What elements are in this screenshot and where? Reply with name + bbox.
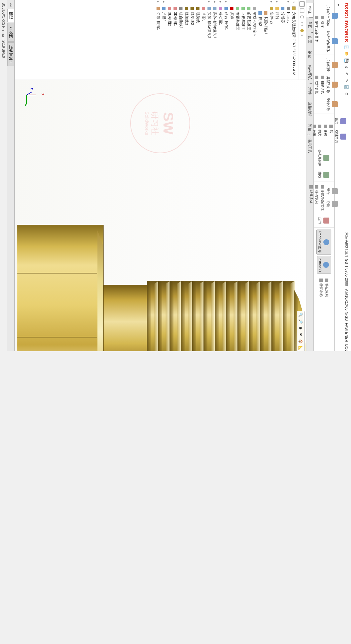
ribbon-button[interactable]: 压凹 xyxy=(317,215,331,226)
model-tab[interactable]: 模型 xyxy=(7,9,14,22)
model-tab[interactable]: 运动算例 1 xyxy=(7,42,14,66)
view-tool-1[interactable]: 🔎 xyxy=(298,319,304,324)
plane-icon xyxy=(241,6,246,11)
ribbon-button[interactable]: 线性阵列 xyxy=(334,129,348,145)
tree-item[interactable]: 原点 xyxy=(229,1,235,79)
ribbon-button-small[interactable]: 扫描 xyxy=(320,15,325,43)
ribbon-button[interactable]: 分割 xyxy=(325,199,340,209)
ribbon-toggle-button[interactable]: RealView 图形 xyxy=(317,230,332,255)
tree-item-label: 草图3 xyxy=(201,12,206,21)
tree-item[interactable]: ▸切除-扫描1 xyxy=(156,1,161,79)
ribbon-button[interactable]: 拉伸切除 xyxy=(325,57,340,73)
tree-item[interactable]: ▸实体-移动/复制1 xyxy=(212,1,218,79)
tree-item[interactable]: 材质 <未指定> xyxy=(252,1,257,79)
options-icon[interactable]: ⚙ xyxy=(344,91,349,97)
tree-item[interactable]: 螺旋线1 xyxy=(195,1,201,79)
tree-item[interactable]: ▸注解 xyxy=(274,1,280,79)
tab-nav-prev[interactable]: ◂◂ xyxy=(9,1,13,8)
ribbon-tab[interactable]: 焊件 xyxy=(306,84,313,98)
print-icon[interactable]: 🖨 xyxy=(344,65,349,70)
feature-icon xyxy=(315,185,319,189)
open-file-icon[interactable]: 📂 xyxy=(344,51,349,57)
ribbon-button-small[interactable]: 删除/保留实体 xyxy=(320,184,325,212)
view-tool-3[interactable]: 👁 xyxy=(298,332,304,338)
feature-icon xyxy=(323,171,331,179)
ribbon-button-small[interactable]: 抽壳 xyxy=(317,123,322,137)
ribbon-button[interactable]: 组合 xyxy=(325,186,340,197)
svg-rect-46 xyxy=(230,7,234,10)
tree-item[interactable]: 右视基准面 xyxy=(235,1,240,79)
history-icon xyxy=(286,6,291,11)
model-tab[interactable]: 3D 视图 xyxy=(7,23,14,42)
ribbon-button[interactable]: 圆角 xyxy=(334,116,348,127)
tree-item[interactable]: 切除-扫描1 xyxy=(263,1,269,79)
save-icon[interactable]: 💾 xyxy=(344,58,349,63)
ribbon-button-small[interactable]: 筋 xyxy=(328,123,334,137)
ribbon-tab[interactable]: 直接编辑 xyxy=(306,99,313,120)
ribbon-button[interactable]: 旋转切除 xyxy=(325,96,340,112)
ribbon-button[interactable]: 参考几何体 xyxy=(317,148,331,168)
feature-manager-icon[interactable] xyxy=(300,1,305,7)
ribbon-button-small[interactable]: 放样切割 xyxy=(314,74,320,95)
tree-item[interactable]: ▸History xyxy=(286,1,291,79)
tree-item[interactable]: ▸移动面1 xyxy=(218,1,223,79)
view-tool-2[interactable]: ⊕ xyxy=(298,325,304,331)
ribbon-button[interactable]: 曲线 xyxy=(317,170,331,180)
ribbon-toggle-button[interactable]: Instant3D xyxy=(317,256,331,274)
ribbon-button-small[interactable]: 转换实体 xyxy=(309,184,314,212)
graphics-viewport[interactable]: 🔍🔎⊕👁🏠📐▦⬜🎨💡🔆📷⚙✂ SW 研习社 SolidWorks xyxy=(15,80,306,351)
ribbon-button-small[interactable]: 放样凸台/基体 xyxy=(314,15,320,43)
tree-item[interactable]: ▸实体(2) xyxy=(269,1,274,79)
ribbon-tab[interactable]: 钣金 xyxy=(306,47,313,61)
ribbon-tab[interactable]: 曲面 xyxy=(306,33,313,47)
tree-item-label: 切除-扫描1 xyxy=(263,17,268,35)
redo-icon[interactable]: ↷ xyxy=(344,78,349,83)
title-bar: DS SOLIDWORKS 📄 📂 💾 🖨 ↶ ↷ 🔄 ⚙ 六角头螺栓细牙 GB… xyxy=(342,0,351,351)
tree-item[interactable]: 扫描2 xyxy=(257,1,263,79)
svg-rect-48 xyxy=(219,7,222,10)
ribbon-tab[interactable]: 特征 xyxy=(306,3,314,17)
config-manager-icon[interactable] xyxy=(300,15,305,20)
tree-root[interactable]: ▾ 六角头螺栓细牙 GB-T 5785-2000 - A M xyxy=(291,1,297,79)
tree-item[interactable]: 组合曲线1 xyxy=(178,1,184,79)
rebuild-icon[interactable]: 🔄 xyxy=(344,85,349,90)
display-manager-icon[interactable] xyxy=(300,28,305,33)
bolt-hex-head xyxy=(17,225,104,351)
tree-item[interactable]: 草图3 xyxy=(201,1,206,79)
tree-tab-more[interactable]: ▸ xyxy=(300,35,304,37)
ribbon-button[interactable]: 拉伸凸台/基体 xyxy=(325,4,340,28)
ribbon-group-4: 组合分割删除/保留实体移动/复制转换实体 xyxy=(314,183,334,214)
ribbon-button[interactable]: 旋转凸台/基体 xyxy=(325,30,340,53)
tree-item[interactable]: ▸实体-移动/复制2 xyxy=(206,1,212,79)
ribbon-tab[interactable]: 渲染工具 xyxy=(306,135,313,157)
view-tool-4[interactable]: 🏠 xyxy=(298,338,304,344)
property-manager-icon[interactable] xyxy=(300,8,305,13)
svg-rect-38 xyxy=(276,7,279,10)
view-tool-0[interactable]: 🔍 xyxy=(298,312,304,318)
ribbon-tab[interactable]: 评估 xyxy=(306,121,313,135)
ribbon-button-small[interactable]: 特征涂刷 xyxy=(324,277,330,298)
view-tool-5[interactable]: 📐 xyxy=(298,345,304,351)
ribbon-button-small[interactable]: 拔模 xyxy=(323,123,328,137)
tree-item[interactable]: 上视基准面 xyxy=(240,1,246,79)
tree-item[interactable]: ▸扫描2 xyxy=(161,1,167,79)
dim-manager-icon[interactable] xyxy=(300,21,305,27)
status-version: SOLIDWORKS Premium 2019 SP5.0 xyxy=(2,3,5,58)
ribbon-button-small[interactable]: 扫描切除 xyxy=(320,74,325,95)
undo-icon[interactable]: ↶ xyxy=(344,71,349,77)
tree-item[interactable]: 3D草图2 xyxy=(167,1,173,79)
tree-item-label: 切除-扫描1 xyxy=(156,12,161,30)
tree-item[interactable]: 传感器 xyxy=(280,1,286,79)
ribbon-button-small[interactable]: 移动/复制 xyxy=(314,184,320,212)
ribbon-tab[interactable]: 草图 xyxy=(306,18,313,32)
ribbon-tab[interactable]: 结构系统 xyxy=(306,62,313,83)
ribbon-button-small[interactable]: 特征名称 xyxy=(319,277,324,298)
new-file-icon[interactable]: 📄 xyxy=(344,45,349,50)
ribbon-button[interactable]: 异型孔向导 xyxy=(325,75,340,94)
tree-item[interactable]: ▸凸台-拉伸1 xyxy=(223,1,229,79)
tree-item[interactable]: 螺旋线3 xyxy=(184,1,189,79)
tree-item[interactable]: 3D草图1 xyxy=(173,1,178,79)
orientation-triad[interactable]: y x z xyxy=(24,85,44,105)
tree-item[interactable]: 前视基准面 xyxy=(246,1,252,79)
tree-item[interactable]: 螺旋线2 xyxy=(189,1,195,79)
